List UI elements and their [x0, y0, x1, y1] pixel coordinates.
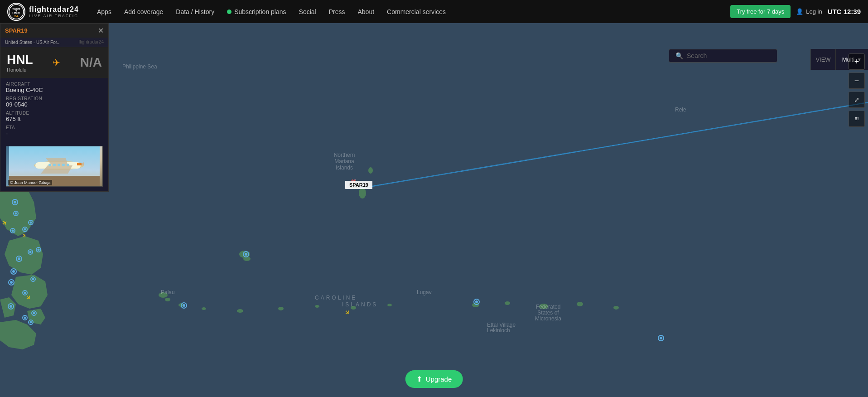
nav-apps[interactable]: Apps [91, 0, 118, 23]
zoom-in-button[interactable]: + [849, 53, 865, 70]
utc-clock: UTC 12:39 [828, 8, 861, 15]
registration-row: REGISTRATION 09-0540 [6, 96, 103, 108]
svg-point-74 [245, 253, 247, 256]
svg-point-17 [387, 304, 392, 306]
nav-press[interactable]: Press [323, 0, 352, 23]
altitude-value: 675 ft [6, 116, 103, 122]
aircraft-row: AIRCRAFT Boeing C-40C [6, 82, 103, 93]
svg-point-80 [660, 337, 662, 339]
svg-text:SPAR19: SPAR19 [349, 182, 368, 188]
nav-social[interactable]: Social [293, 0, 323, 23]
top-navigation: flight radar 24 flightradar24 LIVE AIR T… [0, 0, 868, 23]
svg-point-42 [14, 201, 16, 203]
upgrade-label: Upgrade [426, 375, 452, 383]
svg-point-44 [15, 213, 17, 215]
svg-rect-102 [77, 163, 82, 165]
panel-route: HNL Honolulu ✈ N/A [0, 47, 108, 78]
user-icon: 👤 [796, 8, 803, 15]
svg-text:radar: radar [12, 11, 20, 14]
panel-airline: United States - US Air For... flightrada… [0, 38, 108, 47]
panel-flight-id: SPAR19 [5, 27, 28, 34]
nav-right: Try free for 7 days 👤 Log in UTC 12:39 [730, 5, 868, 18]
svg-point-22 [613, 306, 619, 310]
login-area[interactable]: 👤 Log in [796, 8, 822, 15]
fr24-watermark: flightradar24 [78, 39, 104, 44]
svg-text:Micronesia: Micronesia [535, 315, 561, 322]
svg-point-101 [67, 164, 69, 166]
svg-point-70 [33, 312, 35, 315]
svg-point-72 [30, 321, 32, 324]
try-free-button[interactable]: Try free for 7 days [730, 5, 791, 18]
svg-point-58 [12, 270, 15, 273]
eta-value: - [6, 130, 103, 137]
zoom-out-button[interactable]: − [849, 73, 865, 89]
search-input[interactable] [687, 52, 771, 59]
svg-text:Federated: Federated [536, 304, 561, 310]
svg-point-8 [165, 298, 170, 301]
dest-code: N/A [80, 55, 102, 70]
svg-point-66 [10, 305, 12, 308]
nav-commercial[interactable]: Commercial services [381, 0, 452, 23]
nav-add-coverage[interactable]: Add coverage [118, 0, 169, 23]
panel-details: AIRCRAFT Boeing C-40C REGISTRATION 09-05… [0, 78, 108, 143]
svg-rect-4 [0, 23, 868, 397]
altitude-row: ALTITUDE 675 ft [6, 111, 103, 122]
origin-name: Honolulu [7, 67, 33, 73]
svg-text:ISLANDS: ISLANDS [342, 301, 378, 308]
svg-point-98 [53, 164, 56, 166]
svg-point-68 [24, 317, 26, 319]
expand-button[interactable]: ⤢ [849, 92, 865, 108]
route-arrow-icon: ✈ [53, 57, 60, 68]
svg-text:States of: States of [537, 310, 559, 316]
svg-point-13 [237, 309, 243, 313]
svg-point-76 [183, 304, 185, 307]
nav-subscription[interactable]: Subscription plans [221, 0, 292, 23]
svg-point-21 [577, 302, 583, 306]
svg-point-52 [18, 257, 20, 260]
svg-text:Rele: Rele [675, 107, 686, 113]
svg-point-19 [505, 301, 510, 305]
panel-close-button[interactable]: ✕ [98, 26, 104, 35]
logo-text: flightradar24 LIVE AIR TRAFFIC [29, 5, 79, 18]
svg-point-15 [315, 305, 319, 308]
svg-text:Mariana: Mariana [334, 158, 354, 165]
svg-point-48 [12, 230, 14, 232]
subscription-dot [227, 10, 231, 14]
svg-point-50 [30, 222, 32, 224]
svg-point-54 [29, 251, 32, 253]
svg-point-100 [62, 164, 65, 166]
svg-point-14 [278, 307, 284, 310]
svg-point-60 [10, 281, 13, 284]
layers-button[interactable]: ≋ [849, 111, 865, 127]
svg-point-64 [24, 292, 26, 294]
svg-text:Palau: Palau [161, 289, 175, 295]
nav-about[interactable]: About [351, 0, 381, 23]
svg-point-9 [359, 188, 366, 198]
svg-text:Philippine Sea: Philippine Sea [122, 63, 157, 70]
svg-text:Lugav: Lugav [417, 289, 432, 295]
aircraft-photo[interactable]: © Juan Manuel Gibaja [6, 146, 103, 187]
svg-point-62 [32, 278, 34, 281]
svg-point-56 [38, 249, 40, 251]
map-svg: Philippine Sea Northern Mariana Islands … [0, 23, 868, 397]
aircraft-type: Boeing C-40C [6, 87, 103, 93]
svg-text:Lekinloch: Lekinloch [487, 327, 510, 334]
search-container: 🔍 [669, 49, 777, 63]
upgrade-button[interactable]: ⬆ Upgrade [405, 370, 463, 388]
logo-icon: flight radar 24 [7, 3, 25, 21]
nav-data-history[interactable]: Data / History [169, 0, 221, 23]
svg-point-12 [202, 307, 206, 310]
svg-text:CAROLINE: CAROLINE [315, 295, 357, 301]
svg-point-46 [24, 228, 26, 231]
brand-name: flightradar24 [29, 5, 79, 14]
svg-text:Northern: Northern [334, 152, 355, 158]
logo-area[interactable]: flight radar 24 flightradar24 LIVE AIR T… [0, 3, 91, 21]
login-label: Log in [806, 8, 822, 15]
upgrade-icon: ⬆ [416, 375, 422, 383]
map-area[interactable]: Philippine Sea Northern Mariana Islands … [0, 23, 868, 397]
svg-point-78 [475, 300, 478, 303]
svg-text:24: 24 [14, 14, 19, 18]
nav-links: Apps Add coverage Data / History Subscri… [91, 0, 730, 23]
eta-row: ETA - [6, 125, 103, 137]
brand-tagline: LIVE AIR TRAFFIC [29, 14, 79, 18]
